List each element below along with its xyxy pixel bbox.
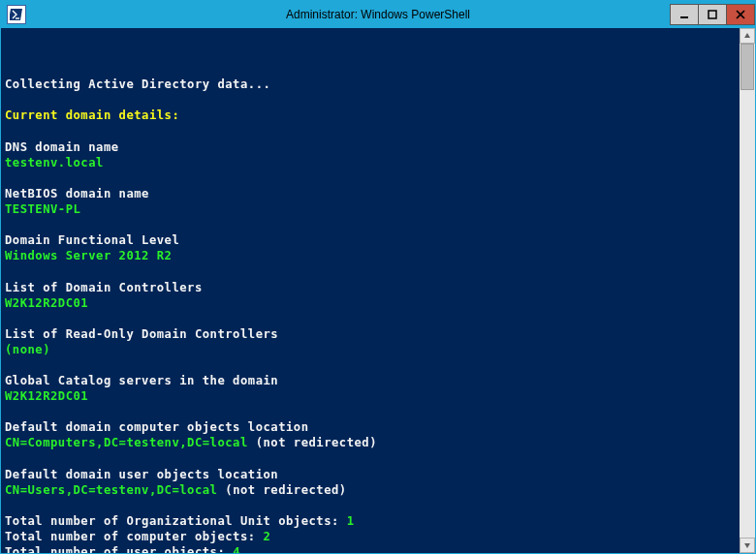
- console-line: Domain Functional Level: [5, 232, 751, 248]
- scroll-down-arrow-icon[interactable]: [740, 538, 755, 553]
- svg-marker-6: [744, 33, 750, 38]
- console-line: CN=Computers,DC=testenv,DC=local (not re…: [5, 435, 751, 450]
- console-text: [5, 218, 13, 231]
- console-line: [5, 124, 751, 139]
- console-text: Default domain user objects location: [5, 468, 278, 481]
- scroll-thumb[interactable]: [740, 44, 754, 90]
- console-text: [5, 452, 13, 466]
- console-text: (not redirected): [248, 436, 377, 449]
- console-line: [5, 263, 751, 279]
- console-line: Default domain user objects location: [5, 467, 751, 482]
- console-text: Domain Functional Level: [5, 233, 179, 247]
- console-line: [5, 404, 751, 419]
- console-text: Collecting Active Directory data...: [5, 77, 270, 91]
- console-line: testenv.local: [5, 155, 751, 170]
- console-line: [5, 170, 751, 186]
- console-line: W2K12R2DC01: [5, 295, 751, 311]
- console-text: Current domain details:: [5, 108, 179, 122]
- console-text: TESTENV-PL: [5, 202, 80, 216]
- console-text: Total number of computer objects:: [5, 530, 263, 543]
- window-title: Administrator: Windows PowerShell: [1, 8, 755, 21]
- console-line: Collecting Active Directory data...: [5, 77, 751, 92]
- console-text: 1: [347, 514, 355, 528]
- svg-marker-7: [744, 543, 750, 548]
- console-line: NetBIOS domain name: [5, 186, 751, 201]
- minimize-button[interactable]: [670, 4, 699, 25]
- vertical-scrollbar[interactable]: [740, 28, 755, 553]
- titlebar[interactable]: Administrator: Windows PowerShell: [1, 1, 755, 28]
- close-button[interactable]: [726, 4, 755, 25]
- console-text: List of Read-Only Domain Controllers: [5, 327, 278, 341]
- console-text: testenv.local: [5, 156, 104, 169]
- powershell-icon: [7, 5, 26, 24]
- console-line: [5, 498, 751, 513]
- console-line: [5, 311, 751, 326]
- console-line: [5, 217, 751, 232]
- console-text: [5, 171, 13, 185]
- console-text: (not redirected): [217, 483, 346, 497]
- console-line: TESTENV-PL: [5, 201, 751, 217]
- console-text: [5, 264, 13, 278]
- console-text: [5, 312, 13, 325]
- console-text: [5, 358, 13, 372]
- console-text: [5, 125, 13, 138]
- console-text: [5, 405, 13, 418]
- console-line: Total number of Organizational Unit obje…: [5, 513, 751, 529]
- console-line: Windows Server 2012 R2: [5, 248, 751, 263]
- scroll-up-arrow-icon[interactable]: [740, 28, 755, 44]
- console-text: Windows Server 2012 R2: [5, 249, 172, 262]
- console-text: NetBIOS domain name: [5, 187, 149, 200]
- console-line: DNS domain name: [5, 139, 751, 155]
- console-line: CN=Users,DC=testenv,DC=local (not redire…: [5, 482, 751, 498]
- console-text: W2K12R2DC01: [5, 389, 88, 403]
- svg-rect-3: [709, 11, 716, 18]
- console-line: [5, 357, 751, 373]
- console-text: [5, 499, 13, 512]
- console-text: Default domain computer objects location: [5, 420, 309, 434]
- console-text: (none): [5, 343, 50, 356]
- console-line: [5, 92, 751, 108]
- console-text: DNS domain name: [5, 140, 119, 154]
- console-text: Global Catalog servers in the domain: [5, 374, 278, 387]
- console-text: CN=Computers,DC=testenv,DC=local: [5, 436, 248, 449]
- console-line: Total number of user objects: 4: [5, 544, 751, 553]
- console-line: W2K12R2DC01: [5, 388, 751, 404]
- scroll-track[interactable]: [740, 44, 755, 538]
- console-text: [5, 93, 13, 107]
- console-text: W2K12R2DC01: [5, 296, 88, 310]
- console-line: List of Domain Controllers: [5, 280, 751, 295]
- window-controls: [671, 4, 755, 25]
- console-text: CN=Users,DC=testenv,DC=local: [5, 483, 217, 497]
- console-line: Global Catalog servers in the domain: [5, 373, 751, 388]
- maximize-button[interactable]: [698, 4, 727, 25]
- console-line: [5, 451, 751, 467]
- console-line: Total number of computer objects: 2: [5, 529, 751, 544]
- console-text: Total number of Organizational Unit obje…: [5, 514, 347, 528]
- console-line: (none): [5, 342, 751, 357]
- console-line: Default domain computer objects location: [5, 419, 751, 435]
- console-text: 4: [233, 545, 240, 553]
- console-output[interactable]: Collecting Active Directory data... Curr…: [1, 28, 755, 553]
- console-text: List of Domain Controllers: [5, 281, 203, 294]
- console-text: Total number of user objects:: [5, 545, 233, 553]
- powershell-window: Administrator: Windows PowerShell Collec…: [0, 0, 756, 554]
- console-line: List of Read-Only Domain Controllers: [5, 326, 751, 342]
- console-line: Current domain details:: [5, 108, 751, 123]
- console-text: 2: [263, 530, 270, 543]
